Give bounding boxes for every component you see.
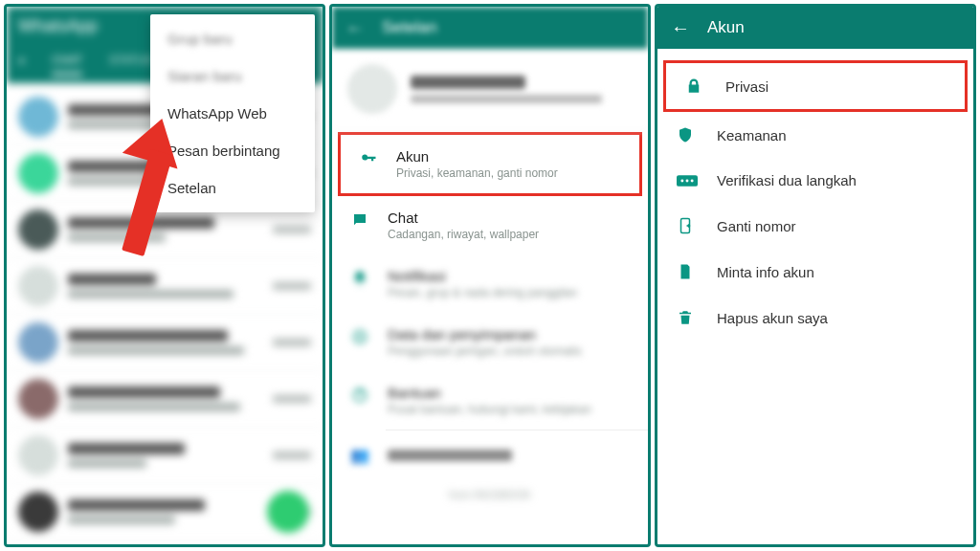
account-label: Keamanan — [717, 127, 787, 143]
change-number-icon — [677, 217, 696, 234]
footer-label: from FACEBOOK — [332, 479, 648, 518]
new-chat-fab[interactable] — [267, 491, 309, 533]
account-row-change-number[interactable]: Ganti nomor — [657, 203, 973, 249]
panel3-title: Akun — [707, 18, 745, 37]
document-icon — [677, 263, 696, 280]
help-icon — [349, 385, 370, 404]
profile-row[interactable] — [332, 49, 648, 132]
bell-icon — [349, 268, 370, 287]
invite-label — [388, 450, 512, 461]
setting-title: Bantuan — [388, 385, 591, 401]
chat-icon — [349, 209, 370, 229]
highlight-box-privasi: Privasi — [663, 60, 968, 112]
chat-row[interactable] — [7, 258, 323, 315]
account-row-privacy[interactable]: Privasi — [666, 63, 965, 109]
screenshot-panel-3: ← Akun Privasi Keamanan — [655, 4, 976, 547]
account-label: Privasi — [725, 78, 768, 95]
setting-row-invite[interactable]: 👥 — [332, 430, 648, 479]
back-icon[interactable]: ← — [671, 17, 690, 39]
screenshot-panel-2: ← Setelan Akun Privasi, keamanan, ganti … — [329, 4, 651, 547]
setting-row-data[interactable]: Data dan penyimpanan Penggunaan jaringan… — [332, 313, 648, 371]
setting-row-help[interactable]: Bantuan Pusat bantuan, hubungi kami, keb… — [332, 371, 648, 430]
panel2-topbar: ← Setelan — [332, 7, 648, 49]
setting-subtitle: Pusat bantuan, hubungi kami, kebijakan — [388, 403, 591, 416]
account-label: Hapus akun saya — [717, 310, 828, 326]
chat-row[interactable] — [7, 428, 323, 484]
account-label: Minta info akun — [717, 264, 814, 280]
setting-subtitle: Cadangan, riwayat, wallpaper — [388, 228, 539, 241]
tab-camera[interactable]: ● — [18, 54, 25, 76]
dots-icon — [677, 174, 696, 187]
panel3-topbar: ← Akun — [657, 7, 973, 49]
account-row-delete[interactable]: Hapus akun saya — [657, 295, 973, 341]
setting-title: Data dan penyimpanan — [388, 326, 582, 342]
setting-subtitle: Penggunaan jaringan, unduh otomatis — [388, 344, 582, 358]
chat-row[interactable] — [7, 315, 323, 371]
panel2-title: Setelan — [382, 18, 437, 37]
account-label: Verifikasi dua langkah — [717, 172, 857, 188]
setting-row-notifications[interactable]: Notifikasi Pesan, grup & nada dering pan… — [332, 254, 648, 313]
setting-subtitle: Privasi, keamanan, ganti nomor — [396, 166, 558, 180]
overflow-menu: Grup baru Siaran baru WhatsApp Web Pesan… — [150, 14, 315, 212]
screenshot-panel-1: WhatsApp ● CHAT STATUS Grup baru — [4, 4, 325, 547]
account-row-request-info[interactable]: Minta info akun — [657, 249, 973, 295]
avatar — [347, 64, 397, 114]
account-list: Privasi Keamanan Verifikasi dua langkah — [657, 49, 973, 348]
shield-icon — [677, 126, 696, 143]
account-row-security[interactable]: Keamanan — [657, 112, 973, 158]
svg-point-5 — [691, 179, 694, 182]
setting-row-chat[interactable]: Chat Cadangan, riwayat, wallpaper — [332, 196, 648, 254]
setting-title: Chat — [388, 209, 539, 226]
back-icon[interactable]: ← — [345, 17, 365, 39]
key-icon — [358, 148, 379, 167]
highlight-box-akun: Akun Privasi, keamanan, ganti nomor — [338, 132, 642, 196]
menu-item-new-broadcast[interactable]: Siaran baru — [150, 57, 315, 95]
menu-item-settings[interactable]: Setelan — [150, 169, 315, 207]
account-label: Ganti nomor — [717, 218, 796, 234]
people-icon: 👥 — [349, 446, 370, 464]
tab-status[interactable]: STATUS — [109, 54, 153, 76]
setting-title: Akun — [396, 148, 558, 165]
svg-point-4 — [686, 179, 689, 182]
svg-point-3 — [680, 179, 683, 182]
account-row-two-step[interactable]: Verifikasi dua langkah — [657, 158, 973, 203]
setting-title: Notifikasi — [388, 268, 577, 284]
menu-item-new-group[interactable]: Grup baru — [150, 20, 315, 57]
app-name: WhatsApp — [18, 16, 98, 36]
setting-row-account[interactable]: Akun Privasi, keamanan, ganti nomor — [341, 135, 639, 193]
chat-row[interactable] — [7, 371, 323, 428]
lock-icon — [685, 77, 704, 95]
trash-icon — [677, 309, 696, 326]
tab-chat[interactable]: CHAT — [52, 54, 82, 76]
setting-subtitle: Pesan, grup & nada dering panggilan — [388, 286, 577, 299]
data-icon — [349, 326, 370, 345]
